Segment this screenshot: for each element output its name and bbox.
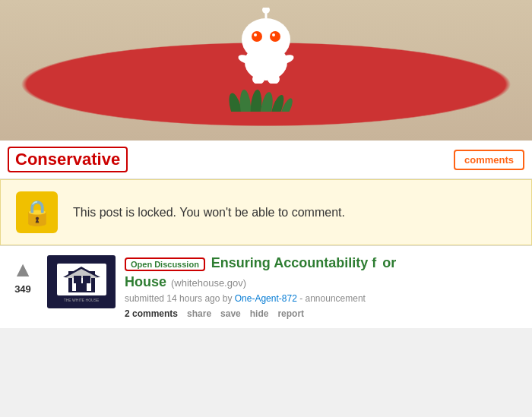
post-meta: submitted 14 hours ago by One-Agent-872 … bbox=[125, 293, 524, 304]
comments-count[interactable]: 2 comments bbox=[125, 308, 178, 319]
post-content: Open Discussion Ensuring Accountability … bbox=[125, 255, 524, 319]
report-button[interactable]: report bbox=[277, 308, 304, 319]
post-container: ▲ 349 THE WHITE HOUSE Open Discussi bbox=[0, 245, 532, 328]
post-title-second-line: House (whitehouse.gov) bbox=[125, 274, 524, 290]
vote-count: 349 bbox=[14, 283, 31, 295]
save-button[interactable]: save bbox=[220, 308, 241, 319]
post-author-link[interactable]: One-Agent-872 bbox=[235, 293, 297, 304]
vote-section: ▲ 349 bbox=[8, 255, 38, 295]
submitted-text: submitted 14 hours ago by bbox=[125, 293, 232, 304]
svg-point-7 bbox=[272, 33, 275, 36]
svg-text:THE WHITE HOUSE: THE WHITE HOUSE bbox=[63, 298, 99, 302]
svg-point-3 bbox=[262, 8, 270, 14]
lock-icon: 🔒 bbox=[22, 198, 52, 227]
svg-point-13 bbox=[239, 89, 252, 112]
tab-buttons: comments bbox=[454, 150, 524, 170]
post-title-house: House bbox=[125, 274, 166, 290]
locked-notice-text: This post is locked. You won't be able t… bbox=[73, 206, 345, 220]
subreddit-name[interactable]: Conservative bbox=[8, 147, 128, 172]
post-title: Ensuring Accountability f bbox=[211, 255, 376, 271]
svg-rect-25 bbox=[83, 276, 90, 283]
svg-rect-26 bbox=[76, 283, 87, 292]
locked-notice-banner: 🔒 This post is locked. You won't be able… bbox=[0, 179, 532, 245]
tab-comments[interactable]: comments bbox=[454, 150, 524, 170]
svg-point-14 bbox=[249, 89, 263, 112]
svg-point-6 bbox=[254, 33, 257, 36]
post-row: ▲ 349 THE WHITE HOUSE Open Discussi bbox=[8, 255, 524, 319]
svg-point-4 bbox=[252, 31, 262, 42]
post-thumbnail[interactable]: THE WHITE HOUSE bbox=[47, 255, 116, 308]
svg-point-1 bbox=[242, 18, 290, 61]
post-domain: (whitehouse.gov) bbox=[171, 277, 246, 289]
svg-point-5 bbox=[270, 31, 280, 42]
lock-icon-container: 🔒 bbox=[16, 191, 58, 233]
reddit-alien-mascot bbox=[232, 8, 300, 84]
open-discussion-badge: Open Discussion bbox=[125, 257, 205, 271]
snake-plant bbox=[224, 85, 300, 112]
svg-rect-24 bbox=[74, 276, 81, 283]
hide-button[interactable]: hide bbox=[250, 308, 269, 319]
subreddit-banner: DON'T TREAD ON ME bbox=[0, 0, 532, 141]
flair-separator: - bbox=[299, 293, 305, 304]
post-flair: announcement bbox=[306, 293, 366, 304]
upvote-button[interactable]: ▲ bbox=[12, 259, 33, 280]
share-button[interactable]: share bbox=[187, 308, 211, 319]
subreddit-header-bar: Conservative comments bbox=[0, 141, 532, 179]
post-actions: 2 comments share save hide report bbox=[125, 308, 524, 319]
post-title-continued: or bbox=[382, 255, 396, 271]
whitehouse-thumbnail-image: THE WHITE HOUSE bbox=[49, 257, 114, 307]
post-title-row: Open Discussion Ensuring Accountability … bbox=[125, 255, 524, 271]
